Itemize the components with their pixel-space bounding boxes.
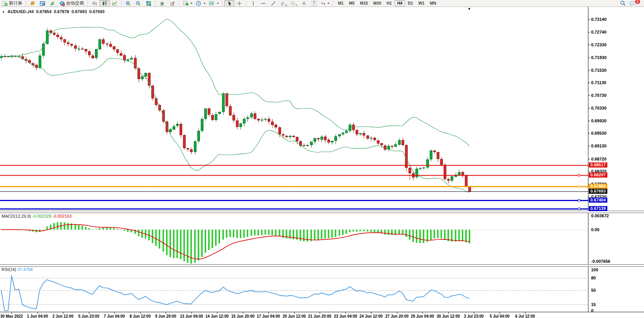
time-tick-label: 6 Jul 12:00: [515, 314, 535, 318]
time-tick-label: 24 Jun 12:00: [359, 314, 383, 318]
timeframe-button-m1[interactable]: M1: [335, 0, 346, 6]
time-tick: [217, 312, 217, 314]
price-tick: [588, 83, 590, 83]
equidistant-channel-tool-button[interactable]: E: [278, 0, 289, 7]
toolbar-separator: [333, 1, 334, 6]
resistance-line-1-price-label[interactable]: 0.68517: [589, 162, 607, 167]
timeframe-button-m30[interactable]: M30: [371, 0, 384, 6]
auto-trading-label: 自动交易: [66, 0, 84, 6]
toolbar-separator: [87, 1, 88, 6]
chart-shift-marker-icon[interactable]: ▼: [468, 7, 471, 11]
zoom-out-button[interactable]: [134, 0, 144, 7]
chat-button[interactable]: 1: [628, 0, 638, 7]
new-order-label: 新订单: [9, 0, 22, 6]
ohlc-bars-icon: [92, 1, 97, 6]
toolbar-separator: [246, 1, 247, 6]
time-tick: [192, 312, 192, 314]
auto-scroll-button[interactable]: [158, 0, 168, 7]
clock-icon: [196, 1, 202, 6]
price-tick: [588, 133, 590, 134]
price-tick-label: 0.69130: [591, 144, 607, 149]
market-button[interactable]: [28, 0, 38, 7]
tile-windows-button[interactable]: [144, 0, 154, 7]
timeframe-group: M1M5M15M30H1H4D1W1MN: [335, 1, 439, 6]
candlestick-chart-canvas[interactable]: [0, 7, 588, 211]
rsi-axis-label: 80: [591, 276, 596, 281]
timeframe-button-h1[interactable]: H1: [384, 0, 394, 6]
support-line-1-price-label[interactable]: 0.67404: [589, 198, 607, 203]
arrows-tool-button[interactable]: ▼: [319, 0, 331, 7]
price-tick: [588, 70, 590, 71]
charts-window-button[interactable]: [38, 0, 48, 7]
indicators-button[interactable]: ▼: [181, 0, 195, 7]
trendline-tool-button[interactable]: [268, 0, 278, 7]
price-tick-label: 0.71130: [591, 80, 606, 85]
templates-button[interactable]: ▼: [207, 0, 220, 7]
vertical-line-tool-button[interactable]: [248, 0, 258, 7]
toolbar-separator: [155, 1, 156, 6]
collapse-arrow-icon[interactable]: ▼: [2, 10, 5, 14]
price-tick: [588, 197, 590, 197]
search-icon: [620, 0, 626, 6]
resistance-line-2-price-label[interactable]: 0.68207: [589, 173, 607, 178]
tile-windows-icon: [146, 1, 151, 6]
time-tick: [140, 312, 141, 314]
bar-chart-button[interactable]: [90, 0, 100, 7]
time-tick-label: 3 Jul 23:00: [464, 314, 483, 318]
channel-icon: [280, 1, 285, 6]
add-indicator-icon: [183, 1, 189, 6]
cursor-button[interactable]: [224, 0, 234, 7]
rsi-axis-label: 100: [591, 267, 598, 272]
ohlc-low: 0.67693: [71, 9, 87, 14]
time-tick: [346, 312, 346, 314]
timeframe-button-mn[interactable]: MN: [427, 0, 439, 6]
time-tick: [12, 312, 12, 314]
template-icon: [209, 1, 215, 6]
macd-signal-value: -0.002163: [53, 214, 72, 218]
zoom-in-icon: [125, 1, 131, 6]
macd-label: MACD(12,26,9) -0.002328 -0.002163: [2, 214, 72, 218]
crosshair-button[interactable]: [234, 0, 244, 7]
chart-shift-button[interactable]: [168, 0, 178, 7]
signals-button[interactable]: [48, 0, 58, 7]
macd-axis: 0.003672 0.00 -0.007656: [588, 213, 644, 264]
time-axis[interactable]: 30 May 20221 Jun 04:002 Jun 12:005 Jun 2…: [0, 312, 644, 318]
search-button[interactable]: [618, 0, 628, 7]
timeframe-button-m5[interactable]: M5: [346, 0, 358, 6]
pivot-line-price-label[interactable]: 0.67855: [589, 184, 607, 189]
price-tick-label: 0.72740: [591, 30, 607, 35]
dropdown-caret-icon: ▼: [203, 2, 206, 5]
zoom-in-button[interactable]: [124, 0, 134, 7]
new-order-button[interactable]: 新订单: [1, 0, 24, 7]
text-tool-button[interactable]: A: [299, 0, 309, 7]
text-label-tool-button[interactable]: T: [309, 0, 319, 7]
bid-price-line-price-label[interactable]: 0.67693: [589, 189, 607, 194]
dropdown-caret-icon: ▼: [216, 2, 219, 5]
ohlc-open: 0.67854: [36, 9, 52, 14]
ohlc-high: 0.67878: [54, 9, 69, 14]
price-tick: [588, 121, 590, 121]
time-tick-label: 20 Jun 12:00: [283, 314, 306, 318]
fibonacci-tool-button[interactable]: F: [289, 0, 299, 7]
rsi-chart-canvas[interactable]: [0, 267, 588, 312]
macd-main-value: -0.002328: [32, 214, 51, 218]
periods-button[interactable]: ▼: [194, 0, 207, 7]
price-tick-label: 0.68720: [591, 157, 607, 162]
timeframe-button-h4[interactable]: H4: [395, 0, 405, 6]
macd-axis-zero: 0.00: [591, 227, 599, 232]
support-line-2-price-label[interactable]: 0.67139: [589, 206, 607, 211]
chart-title: ▼ AUDUSD-,H4 0.67854 0.67878 0.67693 0.6…: [2, 9, 105, 14]
timeframe-button-w1[interactable]: W1: [416, 0, 427, 6]
time-tick-label: 30 May 2022: [0, 314, 23, 318]
time-tick: [294, 312, 295, 314]
macd-chart-canvas[interactable]: [0, 213, 588, 264]
timeframe-button-d1[interactable]: D1: [405, 0, 415, 6]
candlestick-chart-button[interactable]: [100, 0, 110, 7]
horizontal-line-tool-button[interactable]: [258, 0, 268, 7]
auto-trading-button[interactable]: 自动交易: [58, 0, 86, 7]
line-chart-button[interactable]: [110, 0, 120, 7]
timeframe-button-m15[interactable]: M15: [357, 0, 370, 6]
price-axis: 0.731400.727400.723300.719300.715300.711…: [588, 7, 644, 211]
candlestick-icon: [102, 1, 107, 6]
time-tick: [422, 312, 423, 314]
